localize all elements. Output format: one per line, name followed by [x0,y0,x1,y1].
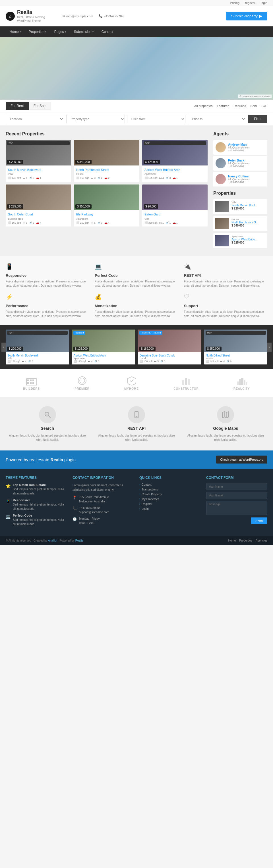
agent-card: Andrew Man info@example.com +123-456-789 [213,140,267,155]
api-icon: 🔌 [184,263,193,272]
property-name[interactable]: Ely Parkway [76,212,137,216]
bottom-nav-agencies[interactable]: Agencies [256,539,267,542]
sidebar-property-name[interactable]: North Parchmore S... [231,221,258,224]
contact-phone-text: +440 875369208support@sitename.com [79,506,109,514]
nav-properties[interactable]: Properties ▾ [25,26,50,37]
powered-by-link[interactable]: Realia [75,539,83,542]
logo-icon[interactable]: ⌂ [6,12,15,21]
property-meta: ⬜ 150 sqft 🛏 3 🚿 2 🚗 2 [76,177,137,179]
property-name[interactable]: Apricot West Britford Arch [144,168,205,172]
created-by-link[interactable]: Analikit [48,539,57,542]
check-plugin-button[interactable]: Check plugin at WordPress.org [216,456,267,464]
main-nav: Home ▾ Properties ▾ Pages ▾ Submission ▾… [0,26,273,37]
property-name[interactable]: North Parchmore Street [76,168,137,172]
contact-form-email-input[interactable] [206,492,267,499]
property-info: Apricot West Britford Arch Apartment ⬜ 1… [142,165,208,182]
agent-name[interactable]: Nancy Collins [228,175,250,178]
contact-form-message-input[interactable] [206,501,267,515]
footer-quick-links: Quick Links Contact Transactions Create … [139,476,200,529]
quick-link-login[interactable]: Login [139,507,200,510]
footer-grid: Theme Features ⭐ Top Notch Real Estate S… [6,476,267,529]
bottom-nav-home[interactable]: Home [228,539,236,542]
tab-for-sale[interactable]: For Sale [29,102,51,110]
svg-rect-12 [237,381,239,385]
property-card: $ 350,000 Ely Parkway Apartment ⬜ 250 sq… [74,185,139,226]
partner-label: PREMIER [75,387,89,390]
agents-section: Agents Andrew Man info@example.com +123-… [213,131,267,186]
svg-rect-5 [30,382,32,384]
property-beds: 🛏 3 [91,177,96,179]
bottom-nav-properties[interactable]: Properties [239,539,252,542]
submit-property-button[interactable]: Submit Property ▶ [226,12,267,21]
filter-all-properties[interactable]: All properties [194,104,213,107]
quick-link-register[interactable]: Register [139,502,200,505]
partner-label: BUILDERS [23,387,40,390]
slider-property-name[interactable]: North Dillard Street [206,354,266,357]
sidebar-property-image [215,235,229,246]
recent-properties-title: Recent Properties [6,131,208,136]
nav-submission[interactable]: Submission ▾ [70,26,98,37]
agent-avatar [216,158,226,168]
filter-featured[interactable]: Featured [217,104,229,107]
slider-beds: 🛏 4 [220,360,225,363]
footer-feature-title: Responsive [13,498,67,502]
slider-property-meta: ⬜ 140 sqft 🛏 4 🚿 3 [7,360,67,363]
contact-form-name-input[interactable] [206,483,267,490]
feature-desc: Fusce dignissim vitae ipsum a tristique.… [184,310,267,318]
slider-property-name[interactable]: Demaine Spur South Condo [140,354,200,357]
partner-realcity: REALCITY [234,376,250,390]
property-top-badge: TOP [7,142,70,145]
svg-rect-10 [185,378,187,385]
location-select[interactable]: Location [6,115,64,123]
property-sqft: ⬜ 140 sqft [8,177,21,179]
filter-top[interactable]: TOP [261,104,267,107]
nav-contact[interactable]: Contact [98,26,117,37]
property-name[interactable]: Eaton Garth [144,212,205,216]
price-to-select[interactable]: Price to [188,115,246,123]
property-price: $ 125,000 [144,160,160,164]
top-bar-register[interactable]: Register [244,1,255,4]
property-sqft: ⬜ 350 sqft [144,221,158,224]
svg-line-18 [48,415,50,417]
slider-beds: 🛏 5 [154,360,159,363]
slider-property-top-badge: TOP [206,331,266,335]
property-name[interactable]: South Celer Court [8,212,69,216]
quick-link-contact[interactable]: Contact [139,483,200,486]
tab-for-rent[interactable]: For Rent [6,102,29,110]
property-info: North Parchmore Street House ⬜ 150 sqft … [74,165,139,182]
slider-prev-button[interactable]: ‹ [1,343,6,352]
property-type-select[interactable]: Property type [66,115,125,123]
quick-link-my-properties[interactable]: My Properties [139,498,200,501]
sidebar-property-type: Apartment [231,235,257,238]
footer-feature-text: Top Notch Real Estate Sed tempus nisl at… [13,483,67,496]
nav-pages[interactable]: Pages ▾ [50,26,70,37]
nav-home[interactable]: Home ▾ [6,26,25,37]
banner-text: Powered by real estate Realia plugin [6,457,76,462]
property-name[interactable]: South Mervin Boulevard [8,168,69,172]
property-beds: 🛏 4 [159,177,164,179]
filter-sold[interactable]: Sold [250,104,257,107]
top-bar-login[interactable]: Login [260,1,267,4]
feature-search: Search Aliquam lacus ligula, dignissim s… [6,406,89,442]
price-from-select[interactable]: Price from [127,115,185,123]
svg-rect-13 [239,379,241,385]
agent-name[interactable]: Andrew Man [228,143,250,146]
feature-title: Responsive [6,273,89,278]
agent-name[interactable]: Peter Buck [228,159,250,162]
property-type: House [76,173,137,176]
slider-sqft: ⬜ 145 sqft [206,360,219,363]
filter-button[interactable]: Filter [248,115,267,123]
property-type: Apartment [76,217,137,220]
slider-next-button[interactable]: › [267,343,272,352]
slider-property-name[interactable]: South Mervin Boulevard [7,354,67,357]
sidebar-property-name[interactable]: Apricot West Britfo... [231,238,257,241]
slider-property-image: Featured TOP $ 250,000 [204,330,268,352]
contact-form-send-button[interactable]: Send [251,518,267,524]
quick-link-transactions[interactable]: Transactions [139,488,200,491]
top-bar-pricing[interactable]: Pricing [230,1,240,4]
filter-reduced[interactable]: Reduced [234,104,246,107]
slider-property-name[interactable]: Apricot West Britford Arch [74,354,134,357]
sidebar-property-name[interactable]: South Mervin Boul... [231,204,257,207]
quick-link-create-property[interactable]: Create Property [139,493,200,496]
slider-beds: 🛏 4 [22,360,27,363]
